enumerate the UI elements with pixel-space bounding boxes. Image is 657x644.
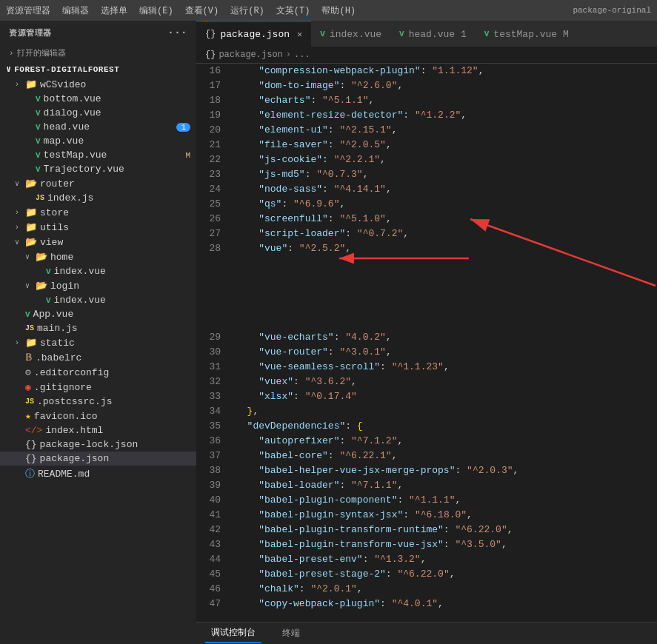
code-line-43: 43 "babel-plugin-transform-vue-jsx": "^3… [196,537,657,552]
folder-icon: 📂 [25,236,37,248]
tree-item-readme[interactable]: ⓘ README.md [0,466,196,482]
menu-item-h[interactable]: 帮助(H) [321,4,356,17]
tree-item-utils[interactable]: › 📁 utils [0,220,196,235]
code-line-40: 40 "babel-plugin-component": "^1.1.1", [196,493,657,508]
tab-package-json[interactable]: {} package.json ✕ [196,21,311,47]
tab-index-vue[interactable]: V index.vue [311,21,390,47]
chevron-right-icon: › [15,224,25,232]
menu-item-help[interactable]: 文英(T) [276,4,310,17]
tree-item-map-vue[interactable]: V map.vue [0,134,196,148]
line-number: 26 [196,212,230,227]
more-icon[interactable]: ··· [167,27,187,38]
line-number: 32 [196,375,230,389]
tree-item-trajectory-vue[interactable]: V Trajectory.vue [0,162,196,176]
line-content: "chalk": "^2.0.1", [230,582,657,597]
tree-item-home[interactable]: ∨ 📂 home [0,249,196,264]
bottom-tab-terminal[interactable]: 终端 [276,624,306,643]
vue-icon: V [25,310,30,319]
line-content: "vue-seamless-scroll": "^1.1.23", [230,360,657,375]
menu-bar: 资源管理器 编辑器 选择单 编辑(E) 查看(V) 运行(R) 文英(T) 帮助… [0,0,657,21]
line-number: 37 [196,449,230,463]
line-content: "babel-plugin-syntax-jsx": "^6.18.0", [230,508,657,523]
line-number: 39 [196,478,230,493]
tree-item-app-vue[interactable]: V App.vue [0,307,196,321]
tree-item-postcssrc[interactable]: JS .postcssrc.js [0,395,196,409]
bottom-tab-debug[interactable]: 调试控制台 [205,623,261,643]
gear-icon: ⚙ [25,366,31,378]
tree-item-package-json[interactable]: {} package.json [0,452,196,466]
tree-item-login-index[interactable]: V index.vue [0,293,196,307]
line-content: }, [230,404,657,419]
menu-item-run[interactable]: 运行(R) [230,4,264,17]
menu-item-view[interactable]: 查看(V) [185,4,219,17]
breadcrumb-filename: package.json [219,50,282,60]
vue-icon: V [36,137,41,146]
tree-item-home-index[interactable]: V index.vue [0,264,196,278]
line-content: "xlsx": "^0.17.4" [230,389,657,404]
code-line-46: 46 "chalk": "^2.0.1", [196,582,657,597]
tree-item-package-lock[interactable]: {} package-lock.json [0,437,196,452]
chevron-down-icon: ∨ [6,64,11,75]
vue-tab-icon: V [484,30,490,38]
line-content: "babel-plugin-transform-runtime": "^6.22… [230,523,657,537]
main-layout: 资源管理器 ··· › 打开的编辑器 ∨ FOREST-DIGITALFORES… [0,21,657,644]
tree-item-login[interactable]: ∨ 📂 login [0,278,196,293]
tree-item-router-index[interactable]: JS index.js [0,191,196,205]
line-content: "screenfull": "^5.1.0", [230,212,657,227]
line-content: "devDependencies": { [230,419,657,434]
tree-item-dialog-vue[interactable]: V dialog.vue [0,106,196,120]
chevron-right-icon: › [9,49,14,58]
menu-item-select[interactable]: 选择单 [101,4,127,17]
code-line-17: 17 "dom-to-image": "^2.6.0", [196,78,657,93]
breadcrumb: {} package.json › ... [196,47,657,64]
tree-item-gitignore[interactable]: ◉ .gitignore [0,380,196,395]
tree-item-static[interactable]: › 📁 static [0,335,196,350]
menu-item-explorer[interactable]: 资源管理器 [6,4,50,17]
line-content: "vue-router": "^3.0.1", [230,345,657,360]
menu-item-edit[interactable]: 编辑(E) [139,4,173,17]
tree-item-favicon[interactable]: ★ favicon.ico [0,409,196,423]
line-number: 27 [196,227,230,241]
project-root[interactable]: ∨ FOREST-DIGITALFOREST [0,61,196,77]
line-content: "echarts": "^5.1.1", [230,93,657,108]
folder-icon: 📁 [25,337,37,349]
breadcrumb-path: ... [294,50,310,60]
babelrc-icon: 𝔹 [25,352,33,363]
code-line-27: 27 "script-loader": "^0.7.2", [196,227,657,241]
tree-item-babelrc[interactable]: 𝔹 .babelrc [0,350,196,365]
line-number: 47 [196,597,230,611]
tree-item-testmap-vue[interactable]: V testMap.vue M [0,148,196,162]
tree-item-main-js[interactable]: JS main.js [0,321,196,335]
close-tab-icon[interactable]: ✕ [297,29,302,40]
tree-item-router[interactable]: ∨ 📂 router [0,176,196,191]
tree-item-bottom-vue[interactable]: V bottom.vue [0,92,196,106]
tab-testmap-vue[interactable]: V testMap.vue M [476,21,578,47]
code-line-30: 30 "vue-router": "^3.0.1", [196,345,657,360]
tree-item-store[interactable]: › 📁 store [0,205,196,220]
menu-item-editor[interactable]: 编辑器 [62,4,89,17]
code-line-19: 19 "element-resize-detector": "^1.2.2", [196,108,657,123]
tree-item-editorconfig[interactable]: ⚙ .editorconfig [0,365,196,380]
line-number: 44 [196,552,230,567]
code-line-21: 21 "file-saver": "^2.0.5", [196,138,657,152]
tree-item-wcsvideo[interactable]: › 📁 wCSvideo [0,77,196,92]
code-editor[interactable]: 16 "compression-webpack-plugin": "1.1.12… [196,64,657,622]
folder-icon: 📁 [25,207,37,218]
open-editors-section[interactable]: › 打开的编辑器 [0,44,196,61]
folder-icon: 📂 [25,178,37,189]
tree-item-index-html[interactable]: </> index.html [0,423,196,437]
tree-item-head-vue[interactable]: V head.vue 1 [0,120,196,134]
folder-icon: 📂 [36,251,47,263]
code-line-36: 36 "autoprefixer": "^7.1.2", [196,434,657,449]
line-number: 46 [196,582,230,597]
js-icon: JS [25,324,34,332]
tree-item-view[interactable]: ∨ 📂 view [0,235,196,249]
tab-head-vue[interactable]: V head.vue 1 [390,21,476,47]
code-line-31: 31 "vue-seamless-scroll": "^1.1.23", [196,360,657,375]
line-number: 19 [196,108,230,123]
line-number: 31 [196,360,230,375]
code-line-24: 24 "node-sass": "^4.14.1", [196,182,657,197]
vue-icon: V [36,109,41,118]
chevron-icon: › [15,81,25,89]
code-table: 16 "compression-webpack-plugin": "1.1.12… [196,64,657,611]
